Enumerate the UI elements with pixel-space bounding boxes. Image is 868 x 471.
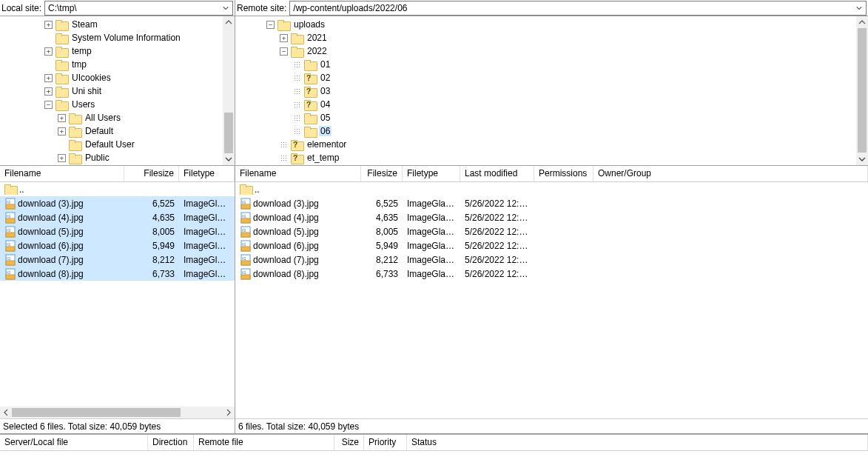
scroll-up-button[interactable] — [223, 16, 235, 28]
expand-icon[interactable]: + — [280, 34, 288, 42]
folder-icon — [304, 113, 316, 123]
remote-path-input[interactable] — [290, 2, 852, 14]
file-type: ImageGlass — [179, 227, 235, 237]
remote-folder-tree[interactable]: − uploads + 2021 − 2022 01 ? 02 ? — [235, 16, 856, 165]
queue-header[interactable]: Server/Local file Direction Remote file … — [0, 435, 868, 451]
local-file-list[interactable]: .. download (3).jpg 6,525 ImageGlass dow… — [0, 182, 235, 407]
tree-item[interactable]: + Default — [0, 124, 223, 138]
scroll-thumb[interactable] — [224, 113, 233, 157]
expand-icon[interactable]: + — [58, 127, 66, 136]
tree-item[interactable]: + UIcookies — [0, 71, 223, 84]
col-filetype[interactable]: Filetype — [403, 166, 460, 181]
parent-dir-row[interactable]: .. — [235, 182, 868, 196]
tree-item[interactable]: 01 — [235, 58, 856, 71]
col-priority[interactable]: Priority — [364, 435, 407, 450]
remote-file-list[interactable]: .. download (3).jpg 6,525 ImageGlas... 5… — [235, 182, 868, 418]
file-row[interactable]: download (3).jpg 6,525 ImageGlass — [0, 196, 235, 210]
col-modified[interactable]: Last modified — [460, 166, 534, 181]
col-server-local[interactable]: Server/Local file — [0, 435, 148, 450]
col-filetype[interactable]: Filetype — [179, 166, 235, 181]
scroll-down-button[interactable] — [856, 153, 868, 165]
col-status[interactable]: Status — [407, 435, 868, 450]
file-row[interactable]: download (4).jpg 4,635 ImageGlas... 5/26… — [235, 210, 868, 224]
tree-item[interactable]: ? elementor — [235, 138, 856, 151]
tree-item[interactable]: + All Users — [0, 111, 223, 124]
tree-item[interactable]: 06 — [235, 124, 856, 138]
local-site-label: Local site: — [0, 3, 44, 13]
tree-item[interactable]: − uploads — [235, 18, 856, 31]
file-row[interactable]: download (5).jpg 8,005 ImageGlass — [0, 224, 235, 238]
tree-item[interactable]: + Public — [0, 151, 223, 164]
remote-tree-scrollbar[interactable] — [856, 16, 868, 165]
tree-item[interactable]: ? 04 — [235, 98, 856, 111]
file-row[interactable]: download (3).jpg 6,525 ImageGlas... 5/26… — [235, 196, 868, 210]
local-path-input[interactable] — [45, 2, 219, 14]
file-size: 5,949 — [361, 241, 403, 251]
col-direction[interactable]: Direction — [148, 435, 194, 450]
tree-item[interactable]: Default User — [0, 138, 223, 151]
local-folder-tree[interactable]: + Steam System Volume Information + temp… — [0, 16, 223, 165]
scroll-down-button[interactable] — [223, 153, 235, 165]
tree-item[interactable]: − 2022 — [235, 44, 856, 58]
col-owner[interactable]: Owner/Group — [593, 166, 868, 181]
local-file-header[interactable]: Filename Filesize Filetype — [0, 166, 235, 182]
collapse-icon[interactable]: − — [266, 21, 275, 29]
tree-item[interactable]: + 2021 — [235, 31, 856, 44]
col-filesize[interactable]: Filesize — [361, 166, 403, 181]
remote-tree-pane: Remote site: − uploads + 2021 − 2022 — [235, 0, 868, 165]
expand-icon[interactable]: + — [44, 74, 53, 82]
file-row[interactable]: download (8).jpg 6,733 ImageGlas... 5/26… — [235, 267, 868, 281]
tree-item[interactable]: − Users — [0, 98, 223, 111]
expand-icon[interactable]: + — [58, 154, 66, 162]
tree-connector-icon — [280, 141, 288, 149]
expand-icon[interactable]: + — [44, 21, 53, 29]
file-row[interactable]: download (8).jpg 6,733 ImageGlass — [0, 267, 235, 281]
tree-item[interactable]: 05 — [235, 111, 856, 124]
file-row[interactable]: download (5).jpg 8,005 ImageGlas... 5/26… — [235, 224, 868, 238]
scroll-right-button[interactable] — [223, 407, 235, 418]
scroll-thumb[interactable] — [858, 28, 867, 153]
local-path-combo[interactable] — [44, 1, 233, 16]
collapse-icon[interactable]: − — [280, 47, 288, 56]
col-permissions[interactable]: Permissions — [534, 166, 593, 181]
local-tree-scrollbar[interactable] — [223, 16, 235, 165]
tree-item-label: Default User — [84, 139, 136, 150]
tree-item[interactable]: ? 03 — [235, 84, 856, 98]
parent-dir-row[interactable]: .. — [0, 182, 235, 196]
col-filename[interactable]: Filename — [0, 166, 124, 181]
tree-item-label: 01 — [319, 59, 332, 70]
remote-file-header[interactable]: Filename Filesize Filetype Last modified… — [235, 166, 868, 182]
expand-icon[interactable]: + — [44, 87, 53, 96]
remote-path-combo[interactable] — [289, 1, 867, 16]
folder-icon — [69, 127, 81, 136]
scroll-thumb[interactable] — [12, 408, 181, 417]
file-row[interactable]: download (4).jpg 4,635 ImageGlass — [0, 210, 235, 224]
tree-item[interactable]: + Uni shit — [0, 84, 223, 98]
tree-item[interactable]: System Volume Information — [0, 31, 223, 44]
col-filename[interactable]: Filename — [235, 166, 361, 181]
tree-item[interactable]: ? 02 — [235, 71, 856, 84]
remote-path-dropdown-button[interactable] — [852, 1, 866, 15]
tree-item[interactable]: ? et_temp — [235, 151, 856, 164]
local-hscrollbar[interactable] — [0, 407, 235, 418]
folder-unknown-icon: ? — [291, 153, 303, 163]
col-size[interactable]: Size — [334, 435, 364, 450]
expand-icon[interactable]: + — [58, 114, 66, 122]
file-size: 5,949 — [124, 241, 179, 251]
tree-item[interactable]: + temp — [0, 44, 223, 58]
collapse-icon[interactable]: − — [44, 101, 53, 109]
expand-icon[interactable]: + — [44, 47, 53, 56]
scroll-up-button[interactable] — [856, 16, 868, 28]
image-file-icon — [240, 198, 252, 210]
file-row[interactable]: download (6).jpg 5,949 ImageGlas... 5/26… — [235, 238, 868, 253]
file-row[interactable]: download (7).jpg 8,212 ImageGlas... 5/26… — [235, 253, 868, 267]
local-path-dropdown-button[interactable] — [219, 1, 232, 15]
file-row[interactable]: download (6).jpg 5,949 ImageGlass — [0, 238, 235, 253]
col-remote-file[interactable]: Remote file — [194, 435, 334, 450]
tree-item[interactable]: + Steam — [0, 18, 223, 31]
scroll-left-button[interactable] — [0, 407, 12, 418]
col-filesize[interactable]: Filesize — [124, 166, 179, 181]
tree-item-label: temp — [70, 46, 93, 56]
tree-item[interactable]: tmp — [0, 58, 223, 71]
file-row[interactable]: download (7).jpg 8,212 ImageGlass — [0, 253, 235, 267]
